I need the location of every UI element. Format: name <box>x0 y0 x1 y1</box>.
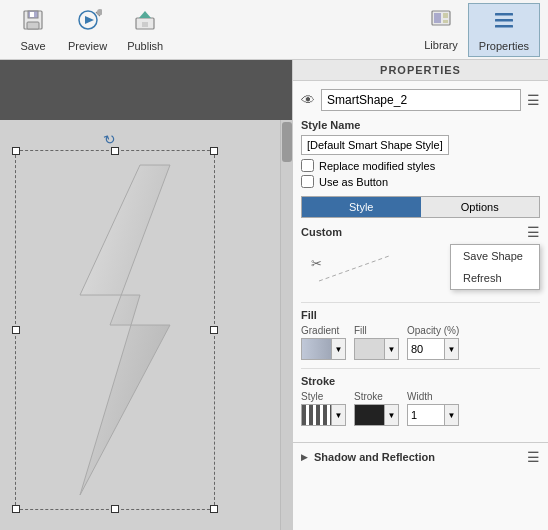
library-label: Library <box>424 39 458 51</box>
fill-row: Gradient ▼ Fill ▼ Opac <box>301 325 540 360</box>
svg-rect-2 <box>27 22 39 29</box>
svg-marker-17 <box>80 165 170 495</box>
svg-marker-5 <box>85 16 94 24</box>
gradient-col: Gradient ▼ <box>301 325 346 360</box>
gradient-swatch[interactable]: ▼ <box>301 338 346 360</box>
svg-rect-13 <box>443 20 448 23</box>
style-name-row: [Default Smart Shape Style] <box>301 135 540 155</box>
opacity-input[interactable] <box>407 338 445 360</box>
dashed-line-svg <box>319 251 399 291</box>
opacity-wrapper: ▼ <box>407 338 459 360</box>
fill-label: Fill <box>354 325 399 336</box>
handle-top-left[interactable] <box>12 147 20 155</box>
properties-panel: PROPERTIES 👁 ☰ Style Name [Default Smart… <box>292 60 548 530</box>
svg-rect-16 <box>495 25 513 28</box>
stroke-width-input[interactable] <box>407 404 445 426</box>
stroke-section: Stroke Style ▼ Stroke ▼ <box>301 375 540 426</box>
name-row: 👁 ☰ <box>301 89 540 111</box>
stroke-width-label: Width <box>407 391 459 402</box>
canvas-body[interactable]: ↻ <box>0 120 292 530</box>
properties-button[interactable]: Properties <box>468 3 540 57</box>
library-icon <box>429 7 453 37</box>
svg-rect-15 <box>495 19 513 22</box>
use-as-button-checkbox[interactable] <box>301 175 314 188</box>
save-shape-menu-item[interactable]: Save Shape <box>451 245 539 267</box>
stroke-style-arrow[interactable]: ▼ <box>331 405 345 425</box>
custom-section: Custom ☰ Save Shape Refresh ✂ <box>301 224 540 296</box>
fill-col: Fill ▼ <box>354 325 399 360</box>
style-name-label: Style Name <box>301 119 540 131</box>
style-select[interactable]: [Default Smart Shape Style] <box>301 135 449 155</box>
stroke-color-arrow[interactable]: ▼ <box>384 405 398 425</box>
properties-label: Properties <box>479 40 529 52</box>
replace-styles-checkbox[interactable] <box>301 159 314 172</box>
toolbar-right: Library Properties <box>414 3 540 57</box>
stroke-section-label: Stroke <box>301 375 540 387</box>
publish-button[interactable]: Publish <box>117 4 173 56</box>
preview-button[interactable]: Preview <box>58 4 117 56</box>
stroke-style-col: Style ▼ <box>301 391 346 426</box>
use-as-button-label: Use as Button <box>319 176 388 188</box>
handle-bottom-right[interactable] <box>210 505 218 513</box>
preview-label: Preview <box>68 40 107 52</box>
divider-fill <box>301 302 540 303</box>
visibility-icon[interactable]: 👁 <box>301 92 315 108</box>
gradient-arrow[interactable]: ▼ <box>331 339 345 359</box>
tab-options[interactable]: Options <box>421 197 540 217</box>
vertical-scrollbar[interactable] <box>280 120 292 530</box>
svg-rect-12 <box>443 13 448 18</box>
stroke-style-color <box>302 405 331 425</box>
panel-body: 👁 ☰ Style Name [Default Smart Shape Styl… <box>293 81 548 442</box>
style-options-tabs: Style Options <box>301 196 540 218</box>
canvas-area: ↻ <box>0 60 292 530</box>
handle-bottom-mid[interactable] <box>111 505 119 513</box>
opacity-col: Opacity (%) ▼ <box>407 325 459 360</box>
stroke-row: Style ▼ Stroke ▼ Width <box>301 391 540 426</box>
gradient-label: Gradient <box>301 325 346 336</box>
tab-style[interactable]: Style <box>302 197 421 217</box>
context-menu: Save Shape Refresh <box>450 244 540 290</box>
handle-bottom-left[interactable] <box>12 505 20 513</box>
svg-rect-11 <box>434 13 441 23</box>
shape-name-input[interactable] <box>321 89 521 111</box>
rotate-handle[interactable]: ↻ <box>102 129 119 148</box>
refresh-menu-item[interactable]: Refresh <box>451 267 539 289</box>
stroke-width-col: Width ▼ <box>407 391 459 426</box>
smart-shape <box>20 155 210 505</box>
shape-container[interactable]: ↻ <box>15 150 215 510</box>
style-select-wrapper: [Default Smart Shape Style] <box>301 135 540 155</box>
replace-styles-label: Replace modified styles <box>319 160 435 172</box>
save-button[interactable]: Save <box>8 4 58 56</box>
stroke-color-col: Stroke ▼ <box>354 391 399 426</box>
shadow-section[interactable]: ▶ Shadow and Reflection ☰ <box>293 442 548 471</box>
handle-mid-left[interactable] <box>12 326 20 334</box>
library-button[interactable]: Library <box>414 3 468 57</box>
scroll-thumb[interactable] <box>282 122 292 162</box>
opacity-arrow[interactable]: ▼ <box>445 338 459 360</box>
svg-rect-3 <box>30 12 34 17</box>
handle-top-right[interactable] <box>210 147 218 155</box>
handle-top-mid[interactable] <box>111 147 119 155</box>
handle-mid-right[interactable] <box>210 326 218 334</box>
fill-arrow[interactable]: ▼ <box>384 339 398 359</box>
name-menu-icon[interactable]: ☰ <box>527 92 540 108</box>
fill-swatch[interactable]: ▼ <box>354 338 399 360</box>
stroke-style-swatch[interactable]: ▼ <box>301 404 346 426</box>
save-label: Save <box>20 40 45 52</box>
canvas-header <box>0 60 292 120</box>
stroke-color <box>355 405 384 425</box>
shadow-menu-icon[interactable]: ☰ <box>527 449 540 465</box>
fill-section: Fill Gradient ▼ Fill ▼ <box>301 309 540 360</box>
fill-section-label: Fill <box>301 309 540 321</box>
toolbar: Save Preview Publish <box>0 0 548 60</box>
stroke-color-label: Stroke <box>354 391 399 402</box>
shadow-expand-icon: ▶ <box>301 452 308 462</box>
fill-color <box>355 339 384 359</box>
custom-header: Custom ☰ <box>301 224 540 240</box>
divider-stroke <box>301 368 540 369</box>
stroke-color-swatch[interactable]: ▼ <box>354 404 399 426</box>
svg-rect-9 <box>142 22 148 27</box>
stroke-width-arrow[interactable]: ▼ <box>445 404 459 426</box>
gradient-color <box>302 339 331 359</box>
custom-menu-icon[interactable]: ☰ <box>527 224 540 240</box>
